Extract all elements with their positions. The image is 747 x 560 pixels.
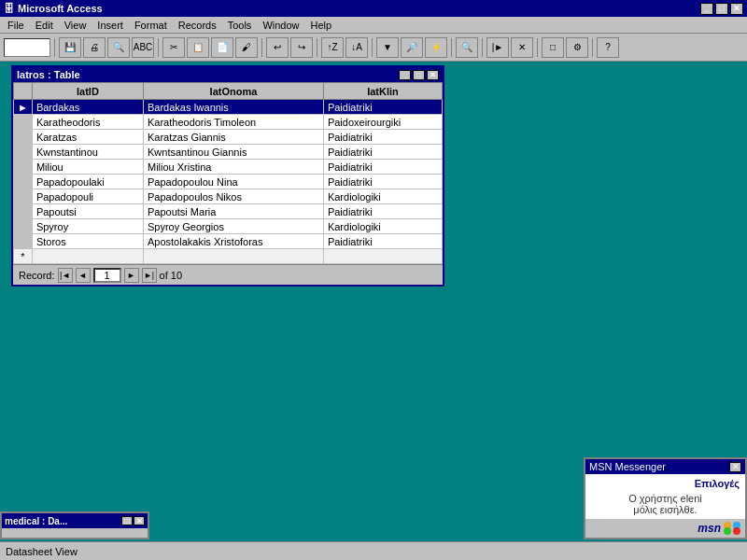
title-bar-controls: _ □ ✕: [700, 3, 743, 15]
table-maximize-button[interactable]: □: [413, 70, 425, 80]
redo-button[interactable]: ↪: [290, 37, 313, 58]
app-title-bar: 🗄 Microsoft Access _ □ ✕: [0, 0, 747, 17]
menu-format[interactable]: Format: [129, 19, 173, 32]
menu-bar: File Edit View Insert Format Records Too…: [0, 17, 747, 34]
table-row[interactable]: KaratzasKaratzas GiannisPaidiatriki: [14, 130, 443, 145]
row-selector: [14, 204, 33, 219]
menu-tools[interactable]: Tools: [222, 19, 258, 32]
menu-view[interactable]: View: [59, 19, 92, 32]
apply-filter-button[interactable]: ⚡: [425, 37, 447, 58]
sep3: [261, 38, 262, 57]
nav-bar: Record: |◄ ◄ ► ►| of 10: [13, 264, 443, 285]
sep1: [54, 38, 55, 57]
cell-iatid: Kwnstantinou: [32, 145, 143, 160]
msn-message: Ο χρήστης eleni μόλις εισήλθε.: [591, 493, 740, 515]
find-button[interactable]: 🔍: [456, 37, 478, 58]
copy-button[interactable]: 📋: [187, 37, 209, 58]
msn-message-line1: Ο χρήστης eleni: [628, 493, 702, 504]
format-painter-button[interactable]: 🖌: [235, 37, 258, 58]
cell-iatid: Karatheodoris: [32, 115, 143, 130]
col-header-iatklinl: IatKlin: [323, 83, 442, 100]
menu-help[interactable]: Help: [305, 19, 338, 32]
title-bar-left: 🗄 Microsoft Access: [4, 3, 103, 14]
filter-button[interactable]: ▼: [376, 37, 399, 58]
table-row[interactable]: StorosApostolakakis XristoforasPaidiatri…: [14, 234, 443, 249]
sep9: [592, 38, 593, 57]
msn-butterfly-icon: [723, 521, 741, 536]
new-row-cell: [32, 249, 143, 264]
msn-message-line2: μόλις εισήλθε.: [633, 504, 697, 515]
row-selector: [14, 160, 33, 175]
cell-iatklin: Paidiatriki: [323, 160, 442, 175]
cell-iatid: Karatzas: [32, 130, 143, 145]
nav-current-input[interactable]: [93, 268, 121, 283]
close-button[interactable]: ✕: [730, 3, 743, 15]
new-row-cell: [143, 249, 323, 264]
svg-point-3: [733, 527, 740, 535]
menu-records[interactable]: Records: [173, 19, 222, 32]
table-row[interactable]: KaratheodorisKaratheodoris TimoleonPaido…: [14, 115, 443, 130]
table-row[interactable]: PapadopouliPapadopoulos NikosKardiologik…: [14, 189, 443, 204]
help-button[interactable]: ?: [597, 37, 619, 58]
paste-button[interactable]: 📄: [211, 37, 233, 58]
app-title: Microsoft Access: [18, 3, 103, 14]
nav-first-button[interactable]: |◄: [58, 268, 73, 283]
table-close-button[interactable]: ✕: [427, 70, 439, 80]
cell-iatonoma: Spyroy Georgios: [143, 219, 323, 234]
record-label: Record:: [19, 270, 55, 281]
properties-button[interactable]: ⚙: [566, 37, 588, 58]
save-button[interactable]: 💾: [59, 37, 81, 58]
mini-window-controls: □ ✕: [121, 516, 145, 525]
nav-last-button[interactable]: ►|: [142, 268, 157, 283]
sep2: [158, 38, 159, 57]
table-row[interactable]: KwnstantinouKwntsantinou GiannisPaidiatr…: [14, 145, 443, 160]
table-row[interactable]: PapadopoulakiPapadopoulou NinaPaidiatrik…: [14, 175, 443, 189]
view-combo[interactable]: [4, 38, 50, 57]
maximize-button[interactable]: □: [715, 3, 728, 15]
status-text: Datasheet View: [6, 546, 78, 557]
mini-restore-button[interactable]: □: [121, 516, 133, 525]
table-row[interactable]: ►BardakasBardakas IwannisPaidiatriki: [14, 100, 443, 115]
cell-iatid: Papadopouli: [32, 189, 143, 204]
cell-iatklin: Paidiatriki: [323, 204, 442, 219]
nav-next-button[interactable]: ►: [124, 268, 139, 283]
table-row[interactable]: PapoutsiPapoutsi MariaPaidiatriki: [14, 204, 443, 219]
table-row[interactable]: MiliouMiliou XristinaPaidiatriki: [14, 160, 443, 175]
table-title: Iatros : Table: [17, 69, 80, 80]
minimize-button[interactable]: _: [700, 3, 713, 15]
window-button[interactable]: □: [542, 37, 564, 58]
print-preview-button[interactable]: 🔍: [107, 37, 130, 58]
menu-insert[interactable]: Insert: [92, 19, 129, 32]
sort-asc-button[interactable]: ↑Z: [321, 37, 344, 58]
print-button[interactable]: 🖨: [83, 37, 106, 58]
toolbar: 💾 🖨 🔍 ABC ✂ 📋 📄 🖌 ↩ ↪ ↑Z ↓A ▼ 🔎 ⚡ 🔍 |► ✕…: [0, 34, 747, 62]
sep7: [482, 38, 483, 57]
table-row[interactable]: SpyroySpyroy GeorgiosKardiologiki: [14, 219, 443, 234]
row-selector: [14, 189, 33, 204]
cell-iatonoma: Apostolakakis Xristoforas: [143, 234, 323, 249]
sort-desc-button[interactable]: ↓A: [345, 37, 368, 58]
cell-iatklin: Kardiologiki: [323, 219, 442, 234]
cell-iatklin: Paidiatriki: [323, 130, 442, 145]
nav-prev-button[interactable]: ◄: [76, 268, 91, 283]
mini-close-button[interactable]: ✕: [134, 516, 145, 525]
undo-button[interactable]: ↩: [266, 37, 289, 58]
delete-record-button[interactable]: ✕: [511, 37, 533, 58]
menu-edit[interactable]: Edit: [30, 19, 59, 32]
cell-iatklin: Kardiologiki: [323, 189, 442, 204]
filter-form-button[interactable]: 🔎: [401, 37, 423, 58]
new-record-button[interactable]: |►: [486, 37, 509, 58]
sep6: [451, 38, 452, 57]
menu-window[interactable]: Window: [257, 19, 304, 32]
new-row-cell: [323, 249, 442, 264]
menu-file[interactable]: File: [2, 19, 30, 32]
cell-iatonoma: Kwntsantinou Giannis: [143, 145, 323, 160]
table-minimize-button[interactable]: _: [399, 70, 411, 80]
cut-button[interactable]: ✂: [162, 37, 185, 58]
new-row[interactable]: *: [14, 249, 443, 264]
spell-button[interactable]: ABC: [132, 37, 154, 58]
new-row-selector: *: [14, 249, 33, 264]
cell-iatid: Papoutsi: [32, 204, 143, 219]
cell-iatklin: Paidiatriki: [323, 175, 442, 189]
msn-close-button[interactable]: ✕: [729, 462, 741, 472]
